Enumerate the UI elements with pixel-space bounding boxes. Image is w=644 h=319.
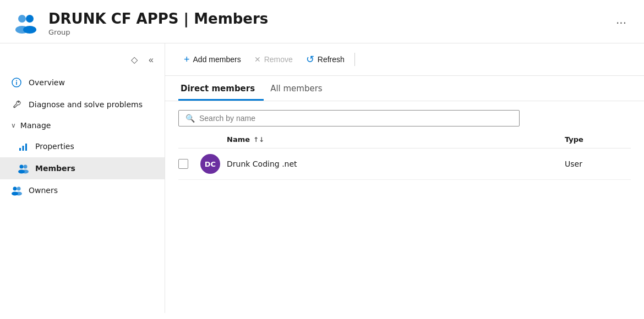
svg-point-18 <box>15 192 22 196</box>
owners-label: Owners <box>29 186 58 195</box>
collapse-diamond-button[interactable]: ◇ <box>129 52 140 67</box>
remove-button[interactable]: ✕ Remove <box>249 52 298 67</box>
svg-point-0 <box>18 15 26 23</box>
svg-rect-8 <box>19 148 21 151</box>
page-header: DRUNK CF APPS | Members Group ··· <box>0 0 644 43</box>
members-table: Name ↑↓ Type DC Drunk Coding .n <box>165 131 644 180</box>
members-icon <box>18 163 29 174</box>
table-row[interactable]: DC Drunk Coding .net User <box>178 148 631 180</box>
diagnose-label: Diagnose and solve problems <box>29 100 143 109</box>
svg-rect-5 <box>16 82 17 85</box>
sidebar: ◇ « Overview Diagnose and solve <box>0 43 165 313</box>
properties-icon <box>18 141 29 152</box>
svg-point-11 <box>20 165 24 169</box>
properties-label: Properties <box>35 142 74 151</box>
info-icon <box>11 77 22 88</box>
svg-point-1 <box>26 15 34 23</box>
search-container: 🔍 <box>165 101 644 131</box>
svg-point-16 <box>17 187 21 191</box>
search-icon: 🔍 <box>185 114 195 123</box>
svg-point-3 <box>23 26 36 34</box>
content-area: + Add members ✕ Remove ↺ Refresh Direct … <box>165 43 644 313</box>
header-name[interactable]: Name ↑↓ <box>227 135 565 144</box>
owners-icon <box>11 185 22 196</box>
table-header: Name ↑↓ Type <box>178 131 631 148</box>
remove-label: Remove <box>264 55 293 64</box>
remove-icon: ✕ <box>254 55 261 64</box>
members-label: Members <box>35 164 75 173</box>
page-subtitle: Group <box>48 28 603 36</box>
tab-all-members[interactable]: All members <box>268 76 331 101</box>
sidebar-item-overview[interactable]: Overview <box>0 72 165 94</box>
sidebar-toolbar: ◇ « <box>0 48 165 72</box>
page-title: DRUNK CF APPS | Members <box>48 10 603 27</box>
row-checkbox[interactable] <box>178 159 188 169</box>
manage-label: Manage <box>20 121 51 130</box>
avatar: DC <box>200 154 220 174</box>
header-text: DRUNK CF APPS | Members Group <box>48 10 603 36</box>
group-icon <box>13 10 40 36</box>
search-input[interactable] <box>199 114 512 123</box>
svg-point-12 <box>24 165 28 169</box>
sidebar-item-diagnose[interactable]: Diagnose and solve problems <box>0 94 165 116</box>
svg-point-15 <box>13 187 17 191</box>
tab-direct-members[interactable]: Direct members <box>178 76 264 101</box>
add-members-label: Add members <box>193 55 241 64</box>
refresh-label: Refresh <box>318 55 345 64</box>
header-type: Type <box>565 135 631 144</box>
sidebar-item-owners[interactable]: Owners <box>0 179 165 201</box>
row-type-cell: User <box>565 160 631 168</box>
sidebar-section-manage[interactable]: ∨ Manage <box>0 116 165 135</box>
refresh-icon: ↺ <box>306 53 314 65</box>
row-checkbox-cell <box>178 159 200 169</box>
sort-icon[interactable]: ↑↓ <box>253 136 264 144</box>
main-layout: ◇ « Overview Diagnose and solve <box>0 43 644 313</box>
content-toolbar: + Add members ✕ Remove ↺ Refresh <box>165 43 644 76</box>
sidebar-item-members[interactable]: Members <box>0 157 165 179</box>
chevron-down-icon: ∨ <box>11 122 16 129</box>
toolbar-divider <box>354 53 355 66</box>
add-members-button[interactable]: + Add members <box>178 51 247 69</box>
add-icon: + <box>184 54 190 65</box>
wrench-icon <box>11 99 22 110</box>
svg-point-6 <box>16 80 17 81</box>
search-box[interactable]: 🔍 <box>178 110 520 127</box>
svg-line-7 <box>14 107 15 108</box>
double-chevron-button[interactable]: « <box>146 53 156 67</box>
svg-rect-10 <box>25 144 27 151</box>
row-name-cell: Drunk Coding .net <box>227 160 565 168</box>
svg-rect-9 <box>23 146 24 151</box>
refresh-button[interactable]: ↺ Refresh <box>301 50 350 69</box>
overview-label: Overview <box>29 78 65 87</box>
tabs-bar: Direct members All members <box>165 76 644 101</box>
sidebar-item-properties[interactable]: Properties <box>0 135 165 157</box>
row-avatar-cell: DC <box>200 154 227 174</box>
more-options-button[interactable]: ··· <box>612 14 631 32</box>
svg-point-14 <box>22 170 29 174</box>
